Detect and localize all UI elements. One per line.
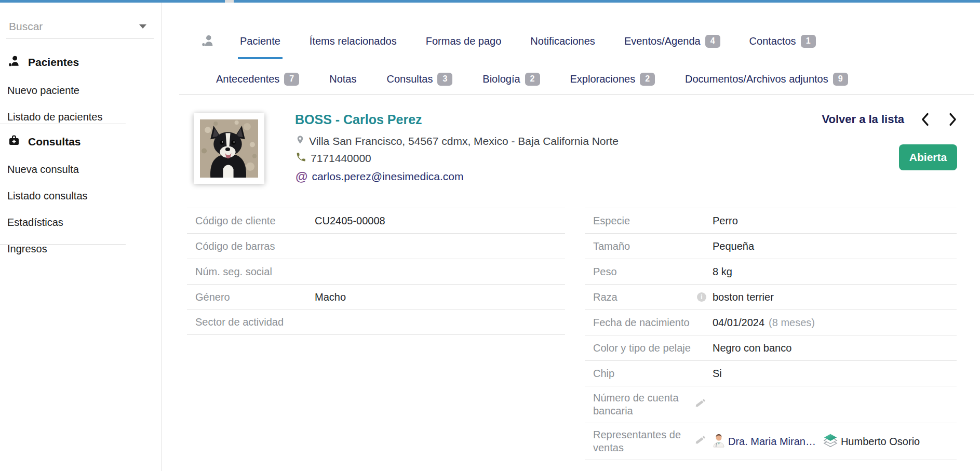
tab-formas-de-pago[interactable]: Formas de pago: [424, 25, 504, 57]
field-label: Número de cuenta bancaria: [585, 386, 709, 423]
tab-label: Contactos: [749, 35, 796, 47]
table-row: ChipSi: [585, 360, 957, 386]
field-label-text: Color y tipo de pelaje: [593, 342, 706, 355]
sidebar-item-nueva-consulta[interactable]: Nueva consulta: [0, 164, 162, 176]
table-row: Sector de actividad: [187, 309, 565, 335]
field-label-text: Fecha de nacimiento: [593, 316, 706, 329]
representative-name: Dra. Maria Miran…: [728, 436, 816, 448]
chevron-down-icon: [139, 24, 146, 29]
back-to-list-link[interactable]: Volver a la lista: [822, 113, 904, 126]
subtab-consultas[interactable]: Consultas3: [384, 69, 454, 91]
tab-ítems-relacionados[interactable]: Ítems relacionados: [307, 25, 399, 57]
tab-label: Formas de pago: [426, 35, 502, 47]
doctor-avatar-icon: [713, 433, 725, 450]
count-badge: 4: [705, 35, 720, 48]
field-label-text: Género: [195, 291, 308, 304]
field-value: Perro: [709, 210, 957, 232]
subtab-documentos-archivos-adjuntos[interactable]: Documentos/Archivos adjuntos9: [683, 69, 850, 91]
count-badge: 2: [640, 73, 655, 86]
email-at-icon: @: [296, 169, 307, 184]
sidebar-item-listado-consultas[interactable]: Listado consultas: [0, 190, 162, 202]
sales-representative-link[interactable]: Humberto Osorio: [823, 433, 920, 450]
patient-email-row: @ carlos.perez@inesimedica.com: [296, 169, 464, 184]
medical-bag-icon: [7, 134, 21, 149]
tab-notificaciones[interactable]: Notificaciones: [528, 25, 597, 57]
field-value-text: Perro: [713, 215, 738, 227]
tab-label: Consultas: [386, 73, 433, 85]
table-row: EspeciePerro: [585, 208, 957, 233]
field-value-text: Negro con banco: [713, 342, 791, 354]
sidebar-heading-consultas: Consultas: [0, 134, 162, 149]
info-icon[interactable]: i: [697, 292, 706, 302]
sidebar-item-ingresos[interactable]: Ingresos: [0, 243, 162, 255]
sidebar: Buscar PacientesNuevo pacienteListado de…: [0, 3, 162, 471]
sidebar-item-estadísticas[interactable]: Estadísticas: [0, 217, 162, 228]
field-label: Especie: [585, 209, 709, 233]
table-row: Representantes de ventasDra. Maria Miran…: [585, 423, 957, 460]
search-select[interactable]: Buscar: [6, 15, 154, 38]
sidebar-item-nuevo-paciente[interactable]: Nuevo paciente: [0, 85, 162, 97]
field-label-text: Especie: [593, 214, 706, 227]
sidebar-section-pacientes: PacientesNuevo pacienteListado de pacien…: [0, 54, 162, 123]
sidebar-divider: [0, 124, 126, 124]
edit-pencil-icon[interactable]: [695, 434, 706, 449]
tab-label: Notas: [329, 73, 356, 85]
sidebar-heading-pacientes: Pacientes: [0, 54, 162, 70]
field-label-text: Raza: [593, 291, 692, 304]
field-value: [312, 317, 565, 328]
subtab-notas[interactable]: Notas: [327, 69, 358, 91]
field-value: [312, 241, 565, 251]
sidebar-divider: [0, 244, 126, 245]
tab-paciente[interactable]: Paciente: [238, 25, 283, 59]
subtab-exploraciones[interactable]: Exploraciones2: [568, 69, 657, 91]
sidebar-item-listado-de-pacientes[interactable]: Listado de pacientes: [0, 111, 162, 123]
main-content: PacienteÍtems relacionadosFormas de pago…: [162, 3, 980, 471]
field-label: Chip: [585, 362, 709, 385]
count-badge: 1: [801, 35, 816, 48]
sidebar-section-consultas: ConsultasNueva consultaListado consultas…: [0, 134, 162, 255]
field-label: Código de cliente: [187, 209, 312, 233]
table-row: Número de cuenta bancaria: [585, 386, 957, 423]
secondary-tabs: Antecedentes7NotasConsultas3Biología2Exp…: [214, 69, 850, 91]
header-divider: [179, 94, 974, 95]
previous-record-icon[interactable]: [920, 113, 931, 126]
representative-name: Humberto Osorio: [841, 436, 920, 448]
tab-contactos[interactable]: Contactos1: [747, 25, 818, 59]
patients-icon: [7, 54, 21, 70]
table-row: Peso8 kg: [585, 259, 957, 284]
field-value-text: CU2405-00008: [315, 215, 385, 227]
field-value: Negro con banco: [709, 337, 957, 359]
field-label: Razai: [585, 286, 709, 309]
field-label: Género: [187, 286, 312, 309]
patient-address-row: Villa San Francisco, 54567 cdmx, Mexico …: [296, 133, 619, 149]
table-row: Código de barras: [187, 233, 565, 259]
status-badge-button[interactable]: Abierta: [899, 144, 957, 170]
table-row: GéneroMacho: [187, 284, 565, 309]
field-label-text: Núm. seg. social: [195, 265, 308, 278]
sidebar-heading-label: Consultas: [28, 136, 81, 148]
table-row: Razaiboston terrier: [585, 284, 957, 309]
next-record-icon[interactable]: [947, 113, 958, 126]
tab-label: Eventos/Agenda: [624, 35, 701, 47]
field-value: Si: [709, 362, 957, 385]
field-value-text: Pequeña: [713, 240, 754, 252]
patient-address: Villa San Francisco, 54567 cdmx, Mexico …: [309, 135, 619, 147]
tab-eventos-agenda[interactable]: Eventos/Agenda4: [622, 25, 722, 59]
field-value-text: 04/01/2024: [713, 317, 764, 329]
sales-representative-link[interactable]: Dra. Maria Miran…: [713, 433, 816, 450]
field-value-text: Si: [713, 368, 722, 380]
tab-label: Documentos/Archivos adjuntos: [685, 73, 828, 85]
patient-photo[interactable]: [194, 113, 264, 184]
phone-icon: [296, 152, 306, 165]
tab-label: Paciente: [240, 35, 280, 47]
table-row: Código de clienteCU2405-00008: [187, 208, 565, 233]
field-label: Núm. seg. social: [187, 260, 312, 284]
field-value: Pequeña: [709, 235, 957, 258]
edit-pencil-icon[interactable]: [695, 397, 706, 412]
table-row: TamañoPequeña: [585, 233, 957, 259]
patient-email-link[interactable]: carlos.perez@inesimedica.com: [312, 170, 463, 183]
subtab-biología[interactable]: Biología2: [480, 69, 542, 91]
table-row: Color y tipo de pelajeNegro con banco: [585, 335, 957, 360]
subtab-antecedentes[interactable]: Antecedentes7: [214, 69, 301, 91]
field-label-text: Código de cliente: [195, 214, 308, 227]
